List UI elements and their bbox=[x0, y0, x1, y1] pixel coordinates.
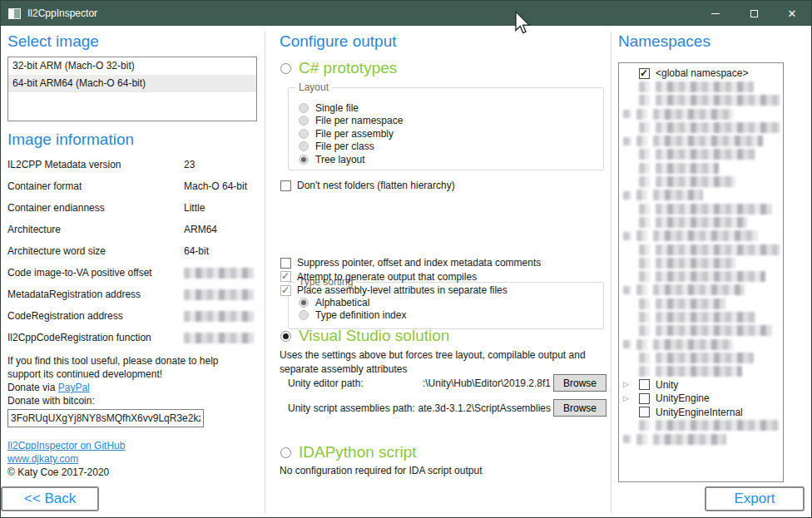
flatten-checkbox-row[interactable]: Don't nest folders (flatten hierarchy) bbox=[280, 179, 455, 192]
visual-studio-radio-icon bbox=[280, 331, 291, 342]
checkbox-row[interactable]: Suppress pointer, offset and index metad… bbox=[280, 256, 541, 270]
close-icon: ✕ bbox=[788, 8, 797, 19]
back-button[interactable]: << Back bbox=[1, 486, 99, 511]
unity-editor-browse-button[interactable]: Browse bbox=[553, 374, 607, 392]
layout-options: Single fileFile per namespaceFile per as… bbox=[299, 101, 603, 166]
layout-groupbox-title: Layout bbox=[295, 81, 332, 93]
tree-row[interactable] bbox=[619, 365, 783, 378]
namespace-tree[interactable]: <global namespace>▷Unity▷UnityEngineUnit… bbox=[618, 62, 784, 482]
info-value: 23 bbox=[184, 159, 195, 170]
radio-option[interactable]: Alphabetical bbox=[299, 296, 603, 309]
unity-editor-path-value: :\Unity\Hub\Editor\2019.2.8f1 bbox=[404, 377, 551, 389]
github-link[interactable]: Il2CppInspector on GitHub bbox=[7, 440, 125, 451]
redacted-checkbox bbox=[636, 434, 647, 445]
csharp-prototypes-option[interactable]: C# prototypes bbox=[280, 57, 397, 79]
redacted-expander bbox=[623, 435, 631, 443]
radio-option[interactable]: File per class bbox=[299, 141, 603, 154]
image-list[interactable]: 32-bit ARM (Mach-O 32-bit)64-bit ARM64 (… bbox=[7, 57, 257, 121]
website-link[interactable]: www.djkaty.com bbox=[7, 453, 78, 465]
tree-row[interactable] bbox=[619, 269, 783, 283]
redacted-label bbox=[656, 244, 780, 255]
list-item[interactable]: 32-bit ARM (Mach-O 32-bit) bbox=[8, 57, 256, 75]
redacted-label bbox=[653, 136, 763, 146]
titlebar: Il2CppInspector ✕ bbox=[1, 1, 811, 26]
checkbox-row[interactable]: Attempt to generate output that compiles bbox=[280, 270, 541, 284]
close-button[interactable]: ✕ bbox=[773, 1, 811, 26]
radio-option[interactable]: Single file bbox=[299, 101, 603, 115]
checkbox-icon bbox=[280, 258, 291, 269]
maximize-button[interactable] bbox=[735, 1, 773, 26]
visual-studio-description: Uses the settings above but forces tree … bbox=[280, 348, 606, 377]
unity-script-browse-button[interactable]: Browse bbox=[553, 399, 607, 417]
tree-row[interactable]: ▷Unity bbox=[619, 378, 783, 392]
info-row: Il2CppCodeRegistration function bbox=[7, 327, 257, 348]
redacted-label bbox=[656, 366, 742, 377]
tree-row[interactable] bbox=[619, 175, 783, 188]
tree-row[interactable] bbox=[619, 432, 783, 446]
redacted-checkbox bbox=[639, 298, 650, 309]
redacted-checkbox bbox=[639, 163, 650, 174]
tree-row[interactable] bbox=[619, 148, 783, 161]
minimize-button[interactable] bbox=[696, 1, 735, 26]
redacted-label bbox=[653, 339, 733, 350]
tree-row[interactable] bbox=[619, 161, 783, 175]
radio-option[interactable]: File per assembly bbox=[299, 127, 603, 141]
radio-icon bbox=[299, 103, 309, 113]
list-item[interactable]: 64-bit ARM64 (Mach-O 64-bit) bbox=[8, 75, 256, 92]
tree-row[interactable] bbox=[619, 94, 783, 107]
expander-icon[interactable]: ▷ bbox=[623, 381, 639, 388]
namespace-checkbox[interactable] bbox=[639, 379, 650, 390]
tree-row[interactable] bbox=[619, 121, 783, 134]
visual-studio-option[interactable]: Visual Studio solution bbox=[280, 325, 449, 347]
redacted-label bbox=[656, 204, 772, 215]
idapython-radio-icon bbox=[280, 447, 291, 458]
radio-icon bbox=[299, 116, 309, 126]
redacted-checkbox bbox=[636, 339, 647, 350]
export-button[interactable]: Export bbox=[705, 486, 805, 511]
redacted-label bbox=[656, 95, 780, 106]
tree-row[interactable]: <global namespace> bbox=[619, 67, 783, 80]
tree-row[interactable] bbox=[619, 243, 783, 256]
idapython-option[interactable]: IDAPython script bbox=[280, 442, 417, 463]
tree-row[interactable] bbox=[619, 256, 783, 269]
tree-row[interactable] bbox=[619, 134, 783, 147]
info-row: Architecture word size64-bit bbox=[7, 240, 257, 262]
checkbox-row[interactable]: Place assembly-level attributes in separ… bbox=[280, 284, 541, 298]
info-row: Code image-to-VA positive offset bbox=[7, 262, 257, 284]
tree-row[interactable] bbox=[619, 189, 783, 202]
image-information-title: Image information bbox=[7, 131, 257, 149]
paypal-link[interactable]: PayPal bbox=[58, 382, 90, 393]
tree-row[interactable] bbox=[619, 284, 783, 297]
redacted-expander bbox=[623, 137, 631, 146]
tree-row[interactable] bbox=[619, 202, 783, 215]
checkbox-label: Suppress pointer, offset and index metad… bbox=[297, 257, 541, 269]
app-icon bbox=[8, 8, 21, 19]
tree-row[interactable] bbox=[619, 229, 783, 243]
tree-row[interactable] bbox=[619, 80, 783, 93]
tree-row[interactable]: UnityEngineInternal bbox=[619, 405, 783, 418]
namespace-label: Unity bbox=[656, 379, 678, 391]
tree-row[interactable] bbox=[619, 324, 783, 338]
namespace-checkbox[interactable] bbox=[639, 407, 650, 417]
radio-option[interactable]: Tree layout bbox=[299, 153, 603, 166]
output-checkboxes: Suppress pointer, offset and index metad… bbox=[280, 256, 541, 298]
namespace-checkbox[interactable] bbox=[639, 68, 650, 79]
tree-row[interactable] bbox=[619, 419, 783, 432]
expander-icon[interactable]: ▷ bbox=[623, 395, 639, 402]
info-label: Architecture bbox=[7, 224, 184, 235]
tree-row[interactable] bbox=[619, 338, 783, 351]
tree-row[interactable] bbox=[619, 310, 783, 323]
namespace-checkbox[interactable] bbox=[639, 393, 650, 404]
tree-row[interactable]: ▷UnityEngine bbox=[619, 392, 783, 405]
radio-label: File per assembly bbox=[315, 128, 394, 140]
select-image-title: Select image bbox=[7, 32, 257, 51]
tree-row[interactable] bbox=[619, 351, 783, 364]
redacted-label bbox=[656, 217, 747, 228]
tree-row[interactable] bbox=[619, 107, 783, 121]
tree-row[interactable] bbox=[619, 215, 783, 229]
redacted-expander bbox=[623, 286, 631, 294]
radio-option[interactable]: Type definition index bbox=[299, 309, 603, 323]
radio-option[interactable]: File per namespace bbox=[299, 115, 603, 128]
bitcoin-address-input[interactable] bbox=[7, 409, 204, 427]
tree-row[interactable] bbox=[619, 297, 783, 310]
